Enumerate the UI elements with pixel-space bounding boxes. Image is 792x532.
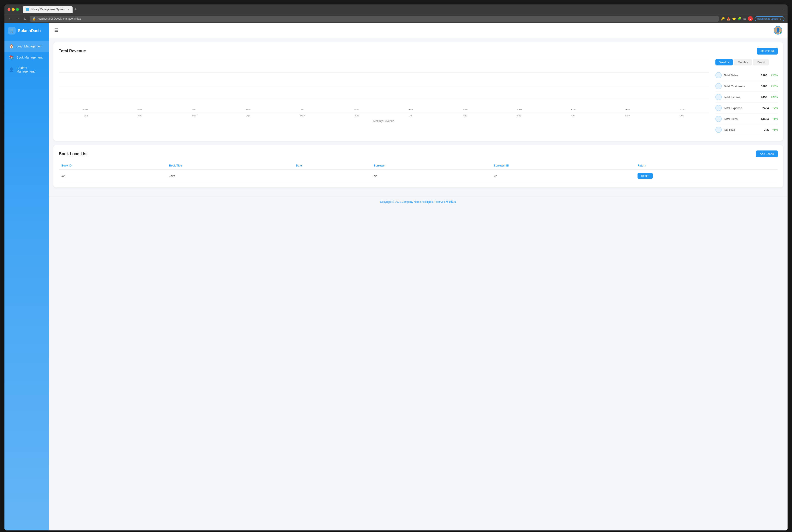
stat-dot-total-customers — [715, 83, 722, 89]
stat-value-total-likes: 14454 — [760, 117, 769, 121]
loan-list-card: Book Loan List Add Loans Book IDBook Tit… — [54, 145, 783, 187]
user-avatar[interactable]: 👤 — [774, 26, 782, 35]
stat-name-total-customers: Total Customers — [724, 84, 759, 88]
loan-list-title: Book Loan List — [59, 152, 88, 156]
extensions-icon[interactable]: 🧩 — [738, 17, 741, 20]
sidebar-item-loan-management[interactable]: 🏠 Loan Management — [4, 41, 49, 52]
bar-label-nov: 0.5% — [625, 108, 630, 110]
reload-button[interactable]: ↻ — [23, 16, 27, 21]
online-status-dot — [779, 32, 781, 34]
hamburger-button[interactable]: ☰ — [54, 27, 58, 33]
top-bar-right: 👤 — [774, 26, 782, 35]
relaunch-menu-icon: ⋮ — [779, 17, 782, 20]
bar-label-oct: 0.8% — [572, 108, 576, 110]
tab-bar: Library Management System ✕ + — [23, 6, 780, 13]
bars-area: 2.3%3.1%4%10.1%4%3.6%3.2%2.3%1.4%0.8%0.5… — [59, 59, 709, 112]
stat-value-total-income: 4453 — [761, 95, 767, 99]
tab-title: Library Management System — [31, 8, 65, 11]
forward-button[interactable]: → — [15, 16, 20, 21]
app-container: 🛒 SplashDash 🏠 Loan Management 📚 Book Ma… — [4, 23, 788, 530]
sidebar: 🛒 SplashDash 🏠 Loan Management 📚 Book Ma… — [4, 23, 49, 530]
table-body: #2Javas2#2Return — [59, 170, 778, 182]
bar-label-sep: 1.4% — [517, 108, 522, 110]
month-label-feb: Feb — [113, 114, 167, 117]
logo-icon: 🛒 — [8, 27, 16, 35]
table-col-borrower-id: Borrower ID — [491, 162, 635, 170]
bar-label-may: 4% — [301, 108, 304, 110]
stat-item-total-income: Total Income4453+25% — [715, 92, 778, 102]
month-label-sep: Sep — [492, 114, 546, 117]
month-label-apr: Apr — [221, 114, 275, 117]
bar-label-apr: 10.1% — [245, 108, 251, 110]
active-tab[interactable]: Library Management System ✕ — [23, 6, 73, 13]
minimize-window-button[interactable] — [12, 8, 15, 11]
revenue-title: Total Revenue — [59, 49, 86, 53]
stat-change-total-likes: +5% — [772, 117, 778, 120]
period-weekly-button[interactable]: Weekly — [715, 59, 733, 65]
content-area: Total Revenue Download — [49, 38, 788, 196]
download-button[interactable]: Download — [757, 48, 778, 55]
tab-close-button[interactable]: ✕ — [68, 8, 70, 11]
table-cell-book-title: Java — [167, 170, 293, 182]
footer-text: Copyright © 2021.Company Name All Rights… — [380, 200, 457, 204]
stat-name-total-income: Total Income — [724, 95, 759, 99]
address-bar[interactable]: 🔒 localhost:8080/book_manager/index — [30, 16, 719, 22]
sidebar-item-student-management[interactable]: 👤 Student Management — [4, 63, 49, 76]
add-loans-button[interactable]: Add Loans — [756, 151, 778, 157]
back-button[interactable]: ← — [7, 16, 13, 21]
table-cell-borrower-id: #2 — [491, 170, 635, 182]
logo-text: SplashDash — [18, 28, 41, 33]
share-icon[interactable]: 📤 — [727, 17, 730, 20]
stat-name-total-expense: Total Expense — [724, 107, 760, 110]
stat-name-tax-paid: Tax Paid — [724, 128, 762, 132]
password-icon[interactable]: 🔑 — [721, 17, 725, 20]
table-header-row: Book IDBook TitleDateBorrowerBorrower ID… — [59, 162, 778, 170]
bar-label-dec: 0.2% — [680, 108, 684, 110]
star-icon[interactable]: ⭐ — [732, 17, 736, 20]
bar-label-feb: 3.1% — [137, 108, 142, 110]
stat-value-tax-paid: 786 — [764, 128, 769, 132]
month-label-jun: Jun — [330, 114, 384, 117]
stat-value-total-sales: 5995 — [761, 74, 767, 77]
revenue-card: Total Revenue Download — [54, 42, 783, 141]
month-label-aug: Aug — [438, 114, 492, 117]
sidebar-nav: 🏠 Loan Management 📚 Book Management 👤 St… — [4, 41, 49, 530]
address-text: localhost:8080/book_manager/index — [38, 17, 81, 20]
tab-list-button[interactable]: ⌄ — [782, 8, 785, 11]
stat-dot-total-likes — [715, 116, 722, 122]
loan-card-header: Book Loan List Add Loans — [59, 151, 778, 157]
stat-name-total-sales: Total Sales — [724, 74, 759, 77]
stat-dot-total-expense — [715, 105, 722, 111]
new-tab-button[interactable]: + — [74, 7, 77, 12]
bar-label-aug: 2.3% — [463, 108, 467, 110]
stat-value-total-customers: 5894 — [761, 84, 767, 88]
sidebar-item-book-label: Book Management — [17, 56, 43, 59]
top-bar: ☰ 👤 — [49, 23, 788, 38]
table-cell-borrower: s2 — [371, 170, 491, 182]
maximize-window-button[interactable] — [16, 8, 19, 11]
footer: Copyright © 2021.Company Name All Rights… — [49, 196, 788, 207]
table-col-book-id: Book ID — [59, 162, 167, 170]
browser-titlebar: Library Management System ✕ + ⌄ — [4, 4, 788, 14]
stat-change-total-income: +25% — [771, 95, 778, 99]
chart-months: JanFebMarAprMayJunJulAugSepOctNovDec — [59, 112, 709, 117]
loan-table: Book IDBook TitleDateBorrowerBorrower ID… — [59, 162, 778, 182]
reading-mode-icon[interactable]: ▭ — [743, 17, 746, 20]
chart-label: Monthly Revenue — [59, 119, 709, 122]
stat-change-total-expense: +2% — [772, 107, 778, 110]
chrome-user-avatar[interactable]: E — [748, 16, 753, 21]
return-button[interactable]: Return — [638, 173, 653, 179]
period-yearly-button[interactable]: Yearly — [753, 59, 769, 65]
close-window-button[interactable] — [7, 8, 11, 11]
revenue-card-header: Total Revenue Download — [59, 48, 778, 55]
period-monthly-button[interactable]: Monthly — [734, 59, 752, 65]
lock-icon: 🔒 — [32, 17, 36, 20]
stat-value-total-expense: 7454 — [762, 107, 769, 110]
sidebar-item-book-management[interactable]: 📚 Book Management — [4, 52, 49, 63]
stat-change-total-customers: +15% — [771, 84, 778, 88]
stat-name-total-likes: Total Likes — [724, 117, 758, 121]
stat-item-total-sales: Total Sales5995+15% — [715, 70, 778, 81]
relaunch-button[interactable]: Relaunch to update ⋮ — [755, 16, 785, 21]
sidebar-item-loan-label: Loan Management — [17, 44, 42, 48]
month-label-mar: Mar — [167, 114, 221, 117]
